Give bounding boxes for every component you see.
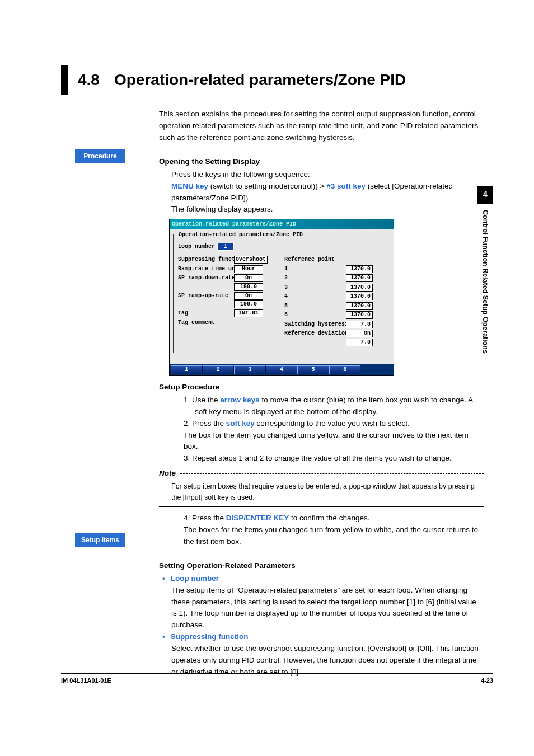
screenshot-body: Operation-related parameters/Zone PID Lo… (170, 229, 394, 364)
opening-line3: The following display appears. (171, 204, 484, 215)
right-row: 7.8 (284, 339, 385, 346)
softkey-1: 1 (171, 365, 203, 374)
left-row: Ramp-rate time unitHour (178, 265, 284, 274)
display-screenshot: Operation-related parameters/Zone PID Op… (169, 219, 394, 376)
soft-key-3: #3 soft key (326, 182, 366, 190)
right-row: 31370.0 (284, 283, 385, 292)
softkey-3: 3 (234, 365, 266, 374)
note-text: For setup item boxes that require values… (171, 481, 484, 503)
left-row: Suppressing functionOvershoot (178, 255, 284, 264)
section-header: 4.8 Operation-related parameters/Zone PI… (61, 65, 406, 95)
step-num: 2. (184, 419, 190, 428)
right-row: 21370.0 (284, 274, 385, 283)
step-4: 4. Press the DISP/ENTER KEY to confirm t… (184, 513, 484, 524)
right-val: 1370.0 (346, 265, 373, 273)
content: This section explains the procedures for… (159, 109, 484, 678)
bullet-title: Suppressing function (171, 631, 249, 643)
step-pre: Press the (192, 514, 226, 522)
right-val: 1370.0 (346, 311, 373, 319)
step-pre: Press the (192, 419, 226, 428)
bullet-title: Loop number (171, 573, 219, 585)
softkey-bar: 1 2 3 4 5 6 (170, 364, 394, 375)
left-label: Tag comment (178, 318, 234, 327)
right-header: Reference point (284, 255, 385, 264)
step-2-extra: The box for the item you changed turns y… (184, 430, 484, 453)
menu-key-after: (switch to setting mode(control)) > (208, 182, 326, 190)
right-label: Switching hysteresis (284, 320, 346, 329)
right-label: 2 (284, 274, 346, 283)
screenshot-legend: Operation-related parameters/Zone PID (177, 231, 305, 240)
left-val: 190.0 (234, 283, 263, 291)
screenshot-right-col: Reference point 11370.0 21370.0 31370.0 … (284, 255, 385, 347)
section-title: Operation-related parameters/Zone PID (114, 68, 406, 92)
disp-enter-key: DISP/ENTER KEY (226, 514, 289, 522)
step-3: 3. Repeat steps 1 and 2 to change the va… (184, 453, 484, 464)
setup-procedure-heading: Setup Procedure (159, 382, 484, 393)
left-val: Overshoot (234, 256, 268, 264)
right-val: 1370.0 (346, 284, 373, 292)
step-1: 1. Use the arrow keys to move the cursor… (184, 395, 484, 418)
arrow-keys: arrow keys (220, 396, 260, 404)
right-row: 11370.0 (284, 265, 385, 274)
left-label: Suppressing function (178, 255, 234, 264)
right-row: 51370.0 (284, 302, 385, 311)
right-row: 41370.0 (284, 292, 385, 301)
left-val: INT-01 (234, 309, 263, 317)
left-val: On (234, 292, 263, 300)
left-val: On (234, 274, 263, 282)
opening-key-sequence: MENU key (switch to setting mode(control… (171, 181, 484, 204)
right-label: 5 (284, 302, 346, 311)
right-val: 1370.0 (346, 274, 373, 282)
right-val: 7.8 (346, 321, 373, 328)
setting-params-heading: Setting Operation-Related Parameters (159, 560, 484, 572)
right-header-label: Reference point (284, 255, 335, 264)
note-dash-line (180, 473, 484, 474)
loop-number-value: 1 (217, 243, 234, 251)
bullet-dot-icon: • (162, 631, 165, 643)
step-num: 4. (184, 514, 190, 522)
softkey-2: 2 (203, 365, 235, 374)
right-val: 7.8 (346, 339, 373, 346)
left-row: TagINT-01 (178, 309, 284, 318)
step-num: 1. (184, 396, 190, 404)
procedure-badge: Procedure (75, 149, 125, 163)
softkey-4: 4 (266, 365, 298, 374)
note-divider (159, 506, 484, 507)
bullet-item: • Loop number (162, 573, 484, 585)
right-row: 61370.0 (284, 311, 385, 320)
intro-text: This section explains the procedures for… (159, 109, 484, 144)
section-number: 4.8 (78, 68, 100, 92)
right-val: 1370.0 (346, 293, 373, 300)
page-footer: IM 04L31A01-01E 4-23 (61, 673, 493, 685)
right-row: Switching hysteresis7.8 (284, 320, 385, 329)
softkey-5: 5 (297, 365, 329, 374)
left-row: Tag comment (178, 318, 284, 327)
right-label: 1 (284, 265, 346, 274)
step-4-extra: The boxes for the items you changed turn… (184, 524, 484, 548)
footer-doc-id: IM 04L31A01-01E (61, 676, 111, 685)
left-label: Ramp-rate time unit (178, 265, 234, 274)
right-label: 4 (284, 292, 346, 301)
footer-page-number: 4-23 (481, 676, 493, 685)
left-row: SP ramp-up-rateOn (178, 292, 284, 300)
left-label: SP ramp-down-rate (178, 274, 234, 283)
right-label: 3 (284, 283, 346, 292)
bullet-body: The setup items of “Operation-related pa… (171, 585, 484, 632)
setup-items-badge: Setup Items (75, 533, 125, 547)
loop-number-row: Loop number 1 (178, 242, 385, 251)
step-pre: Use the (192, 396, 220, 404)
right-label: 6 (284, 311, 346, 320)
left-row: 190.0 (178, 300, 284, 308)
left-row: 190.0 (178, 283, 284, 291)
step-post: corresponding to the value you wish to s… (255, 419, 410, 428)
step-num: 3. (184, 454, 190, 462)
soft-key: soft key (226, 419, 255, 428)
opening-line1: Press the keys in the following sequence… (171, 169, 484, 181)
left-label: SP ramp-up-rate (178, 292, 234, 300)
left-row: SP ramp-down-rateOn (178, 274, 284, 283)
right-val: On (346, 330, 373, 337)
loop-number-label: Loop number (178, 242, 217, 251)
left-label: Tag (178, 309, 234, 318)
note-header: Note (159, 468, 484, 480)
menu-key: MENU key (171, 182, 208, 190)
